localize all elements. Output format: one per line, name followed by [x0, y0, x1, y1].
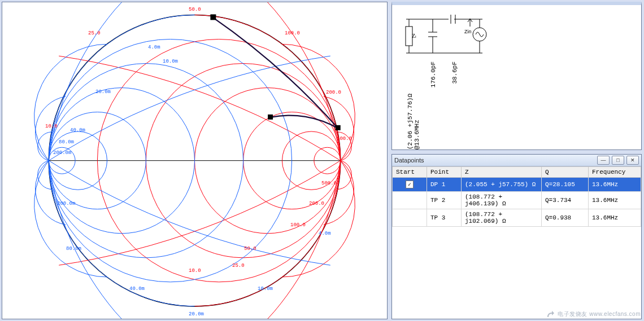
- cell-point: TP 3: [427, 209, 462, 227]
- cell-freq: 13.6MHz: [589, 178, 641, 192]
- smith-chart: 50.0 25.0 100.0 10.0 200.0 500.0 4.0m 10…: [2, 2, 387, 319]
- datapoints-title: Datapoints: [394, 157, 424, 164]
- cell-q: Q=0.938: [542, 209, 589, 227]
- cell-z: (108.772 + j102.069) Ω: [462, 209, 542, 227]
- col-q[interactable]: Q: [542, 167, 589, 178]
- schem-seriesc-value: 38.6pF: [451, 61, 458, 84]
- datapoints-panel: Datapoints ― □ ✕ Start Point Z Q Frequen…: [391, 154, 642, 319]
- col-freq[interactable]: Frequency: [589, 167, 641, 178]
- minimize-button[interactable]: ―: [597, 156, 610, 165]
- label-g-bottom: 20.0m: [189, 311, 204, 317]
- datapoints-table[interactable]: Start Point Z Q Frequency ✓ DP 1 (2.055 …: [392, 166, 641, 227]
- cell-q: Q=3.734: [542, 192, 589, 209]
- col-z[interactable]: Z: [462, 167, 542, 178]
- label-r200-br: 200.0: [309, 201, 324, 206]
- label-g80-l: 80.0m: [59, 139, 74, 145]
- watermark: 电子发烧友 www.elecfans.com: [546, 310, 641, 319]
- label-r10-l: 10.0: [45, 124, 58, 129]
- label-g10-ul: 10.0m: [163, 59, 178, 64]
- cell-point: DP 1: [427, 178, 462, 192]
- cell-point: TP 2: [427, 192, 462, 209]
- label-r50-br: 50.0: [244, 246, 256, 252]
- table-row[interactable]: TP 3 (108.772 + j102.069) Ω Q=0.938 13.6…: [393, 209, 641, 227]
- label-r100-br: 100.0: [290, 222, 306, 228]
- label-r25-ul: 25.0: [88, 30, 101, 36]
- cell-freq: 13.6MHz: [589, 192, 641, 209]
- label-g200-l: 200.0m: [53, 150, 71, 156]
- table-header-row: Start Point Z Q Frequency: [393, 167, 641, 178]
- cell-z: (2.055 + j57.755) Ω: [462, 178, 542, 192]
- col-start[interactable]: Start: [393, 167, 427, 178]
- datapoints-titlebar: Datapoints ― □ ✕: [392, 155, 641, 166]
- label-r200-r: 200.0: [326, 90, 341, 95]
- svg-text:Zin: Zin: [464, 29, 472, 34]
- close-button[interactable]: ✕: [626, 156, 639, 165]
- schem-load-value: (2.06 +j57.76)Ω @13.6MHz: [407, 61, 420, 149]
- label-g40m-bl: 40.0m: [129, 286, 145, 292]
- cell-freq: 13.6MHz: [589, 209, 641, 227]
- schematic-panel: Zₗ Zin (2.06 +j57.76)Ω @13.6MHz 176.0pF …: [391, 2, 642, 150]
- label-r10-b: 10.0: [189, 268, 201, 274]
- logo-icon: [546, 310, 555, 319]
- label-r-top: 50.0: [189, 7, 201, 12]
- start-checkbox[interactable]: ✓: [406, 181, 414, 188]
- table-row[interactable]: ✓ DP 1 (2.055 + j57.755) Ω Q=28.105 13.6…: [393, 178, 641, 192]
- label-g20-ul: 20.0m: [95, 89, 111, 95]
- label-g4m-br: 4.0m: [319, 231, 331, 236]
- svg-rect-14: [210, 14, 216, 20]
- label-g40-l: 40.0m: [70, 127, 85, 133]
- svg-rect-15: [336, 125, 341, 130]
- table-row[interactable]: TP 2 (108.772 + j406.139) Ω Q=3.734 13.6…: [393, 192, 641, 209]
- svg-text:Zₗ: Zₗ: [412, 33, 416, 39]
- schem-shuntc-value: 176.0pF: [430, 61, 437, 87]
- smith-chart-panel: 50.0 25.0 100.0 10.0 200.0 500.0 4.0m 10…: [2, 2, 388, 319]
- label-g200m-bl: 200.0m: [57, 201, 75, 206]
- svg-rect-16: [268, 115, 273, 120]
- label-g4-ul: 4.0m: [148, 45, 160, 50]
- maximize-button[interactable]: □: [612, 156, 624, 165]
- label-g10m-br: 10.0m: [258, 286, 273, 292]
- label-g80m-bl: 80.0m: [66, 246, 81, 252]
- cell-q: Q=28.105: [542, 178, 589, 192]
- cell-z: (108.772 + j406.139) Ω: [462, 192, 542, 209]
- label-r500-br: 500.0: [321, 181, 337, 186]
- schematic-svg: Zₗ Zin: [398, 11, 511, 61]
- label-r100-ur: 100.0: [285, 30, 300, 36]
- label-r25-br: 25.0: [232, 263, 245, 269]
- label-r500-r: 500.0: [337, 136, 352, 142]
- col-point[interactable]: Point: [427, 167, 462, 178]
